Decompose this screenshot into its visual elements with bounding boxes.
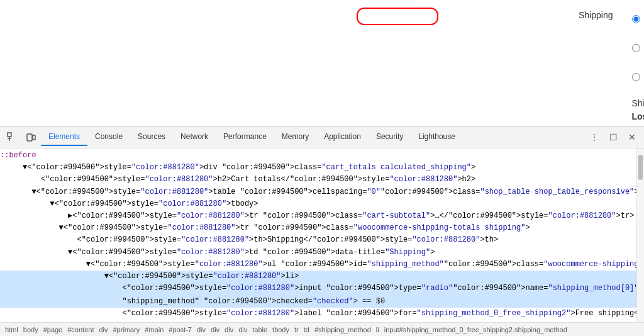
devtools-tab-elements[interactable]: Elements — [41, 128, 87, 146]
code-line: "shipping_method" "color:#994500">checke… — [0, 296, 636, 308]
devtools-tab-lighthouse[interactable]: Lighthouse — [411, 128, 463, 146]
devtools-panel: ElementsConsoleSourcesNetworkPerformance… — [0, 126, 644, 336]
status-item[interactable]: #primary — [113, 326, 140, 333]
status-item[interactable]: #main — [145, 326, 164, 333]
devtools-tab-memory[interactable]: Memory — [274, 128, 316, 146]
code-line: ▼<"color:#994500">style="color:#881280">… — [0, 247, 636, 259]
status-item[interactable]: li — [376, 326, 379, 333]
code-line: <"color:#994500">style="color:#881280">l… — [0, 308, 636, 320]
devtools-scrollbar[interactable] — [636, 148, 644, 322]
status-item[interactable]: table — [252, 326, 267, 333]
close-button[interactable]: ✕ — [623, 128, 641, 146]
devtools-toolbar: ElementsConsoleSourcesNetworkPerformance… — [0, 126, 644, 148]
scrollbar-thumb[interactable] — [638, 155, 643, 180]
status-item[interactable]: html — [5, 326, 18, 333]
code-line: ▼<"color:#994500">style="color:#881280">… — [0, 271, 636, 283]
code-line: ▼<"color:#994500">style="color:#881280">… — [0, 259, 636, 271]
free-shipping-radio[interactable] — [632, 15, 640, 23]
dock-button[interactable]: ☐ — [604, 128, 622, 146]
code-line: ▼<"color:#994500">style="color:#881280">… — [0, 198, 636, 210]
status-item[interactable]: div — [225, 326, 233, 333]
device-toolbar-button[interactable] — [22, 128, 40, 146]
shipping-label: Shipping — [579, 6, 613, 20]
devtools-content: ::before ▼<"color:#994500">style="color:… — [0, 148, 644, 322]
shipping-panel: Shipping Free shipping Flat rate: $10.00… — [289, 0, 644, 126]
local-pickup-option[interactable]: Local pickup — [632, 67, 645, 87]
svg-rect-3 — [27, 134, 32, 141]
svg-rect-0 — [8, 133, 11, 137]
status-item[interactable]: tr — [294, 326, 299, 333]
local-pickup-radio[interactable] — [632, 73, 640, 81]
devtools-tab-application[interactable]: Application — [316, 128, 369, 146]
code-line: <"color:#994500">style="color:#881280">h… — [0, 174, 636, 186]
status-item[interactable]: tbody — [272, 326, 289, 333]
svg-rect-4 — [33, 135, 35, 140]
devtools-tab-network[interactable]: Network — [173, 128, 216, 146]
free-shipping-option[interactable]: Free shipping — [632, 9, 645, 29]
status-item[interactable]: td — [304, 326, 309, 333]
status-item[interactable]: #page — [43, 326, 63, 333]
code-line: ▼<"color:#994500">style="color:#881280">… — [0, 222, 636, 234]
devtools-tabs: ElementsConsoleSourcesNetworkPerformance… — [41, 128, 463, 146]
code-line: <"color:#994500">style="color:#881280">i… — [0, 283, 636, 296]
status-item[interactable]: div — [197, 326, 206, 333]
code-line: ▼<"color:#994500">style="color:#881280">… — [0, 162, 636, 174]
devtools-statusbar: html body #page #content div #primary #m… — [0, 322, 644, 336]
flat-rate-option[interactable]: Flat rate: $10.00 — [632, 33, 645, 63]
devtools-tab-security[interactable]: Security — [369, 128, 411, 146]
devtools-code-view[interactable]: ::before ▼<"color:#994500">style="color:… — [0, 148, 636, 322]
status-item[interactable]: div — [238, 326, 247, 333]
status-item[interactable]: #content — [67, 326, 94, 333]
status-item[interactable]: #shipping_method — [314, 326, 371, 333]
status-item[interactable]: div — [211, 326, 219, 333]
code-line: ▶<"color:#994500">style="color:#881280">… — [0, 210, 636, 222]
code-line: <"color:#994500">style="color:#881280">t… — [0, 234, 636, 246]
code-line: ::before — [0, 150, 636, 162]
status-item[interactable]: input#shipping_method_0_free_shipping2.s… — [384, 326, 567, 333]
flat-rate-radio[interactable] — [632, 44, 640, 52]
devtools-tab-performance[interactable]: Performance — [216, 128, 274, 146]
status-item[interactable]: #post-7 — [169, 326, 192, 333]
webpage-area: Shipping Free shipping Flat rate: $10.00… — [0, 0, 644, 126]
settings-button[interactable]: ⋮ — [586, 128, 603, 146]
devtools-tab-sources[interactable]: Sources — [130, 128, 173, 146]
devtools-tab-console[interactable]: Console — [87, 128, 130, 146]
status-item[interactable]: div — [99, 326, 108, 333]
code-line: ▼<"color:#994500">style="color:#881280">… — [0, 186, 636, 198]
inspect-element-button[interactable] — [3, 128, 21, 146]
status-item[interactable]: body — [23, 326, 38, 333]
